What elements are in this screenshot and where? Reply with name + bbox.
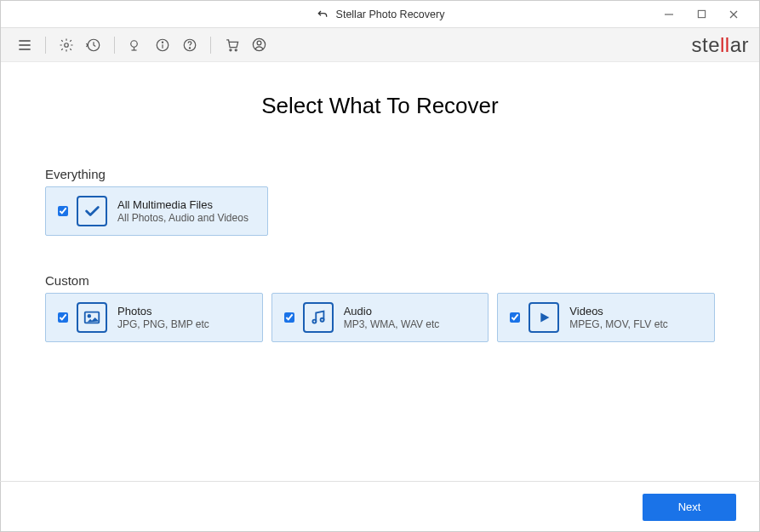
window-title: Stellar Photo Recovery (336, 9, 445, 20)
brand-logo: stellar (691, 33, 749, 57)
brand-pre: ste (691, 33, 720, 56)
svg-point-16 (229, 49, 231, 51)
svg-point-13 (162, 42, 163, 43)
photo-icon (77, 302, 107, 333)
close-button[interactable] (725, 6, 742, 23)
help-icon[interactable] (179, 34, 201, 56)
svg-point-17 (235, 49, 237, 51)
toolbar-divider (45, 37, 46, 54)
checkbox-audio[interactable] (284, 312, 294, 323)
menu-icon[interactable] (14, 34, 36, 56)
card-subtitle: JPG, PNG, BMP etc (117, 318, 209, 330)
maximize-button[interactable] (693, 6, 710, 23)
card-subtitle: MP3, WMA, WAV etc (344, 318, 440, 330)
svg-point-21 (88, 315, 90, 317)
audio-icon (303, 302, 334, 333)
next-button[interactable]: Next (643, 494, 736, 521)
svg-point-23 (320, 318, 323, 322)
card-title: Audio (344, 305, 440, 318)
section-label-custom: Custom (45, 273, 715, 288)
card-all-multimedia[interactable]: All Multimedia Files All Photos, Audio a… (45, 186, 268, 236)
lab-icon[interactable] (124, 34, 146, 56)
toolbar-divider (114, 37, 115, 54)
toolbar: stellar (1, 28, 759, 62)
cart-icon[interactable] (220, 34, 243, 56)
card-photos[interactable]: Photos JPG, PNG, BMP etc (45, 293, 263, 342)
card-title: Videos (569, 305, 667, 318)
video-icon (529, 302, 559, 333)
minimize-button[interactable] (660, 6, 677, 23)
svg-point-19 (257, 41, 261, 45)
section-label-everything: Everything (45, 167, 715, 181)
card-title: Photos (117, 305, 209, 318)
brand-post: ar (730, 33, 749, 56)
svg-point-8 (131, 40, 138, 47)
info-icon[interactable] (151, 34, 174, 56)
svg-marker-24 (541, 313, 550, 323)
checkbox-photos[interactable] (58, 312, 68, 323)
history-icon[interactable] (83, 34, 105, 56)
card-audio[interactable]: Audio MP3, WMA, WAV etc (271, 293, 489, 342)
brand-highlight: ll (720, 33, 730, 56)
check-icon (77, 196, 107, 226)
card-title: All Multimedia Files (117, 198, 249, 212)
toolbar-divider (210, 37, 211, 54)
svg-point-7 (65, 43, 69, 47)
back-icon (316, 8, 329, 21)
card-subtitle: MPEG, MOV, FLV etc (569, 318, 667, 330)
checkbox-all-multimedia[interactable] (58, 206, 68, 216)
card-subtitle: All Photos, Audio and Videos (117, 212, 249, 224)
page-title: Select What To Recover (1, 93, 759, 119)
svg-point-15 (189, 47, 190, 48)
window-titlebar: Stellar Photo Recovery (1, 1, 759, 28)
footer: Next (0, 481, 760, 532)
gear-icon[interactable] (55, 34, 77, 56)
svg-rect-1 (698, 10, 705, 17)
card-videos[interactable]: Videos MPEG, MOV, FLV etc (497, 293, 715, 342)
user-icon[interactable] (248, 34, 270, 56)
svg-point-22 (312, 320, 316, 323)
checkbox-videos[interactable] (510, 312, 520, 323)
